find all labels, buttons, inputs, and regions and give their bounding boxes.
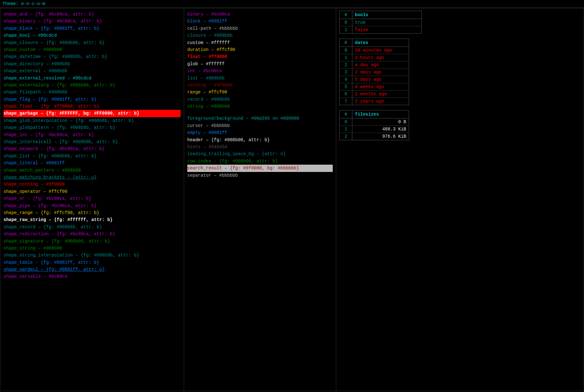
left-line: shape_operator – #ffcf00 bbox=[3, 188, 181, 195]
mid-other-line: header – {fg: #008b00, attr: b} bbox=[187, 136, 333, 143]
left-line: shape_list – {fg: #008b8b, attr: b} bbox=[3, 153, 181, 160]
row-val: 2 days ago bbox=[352, 69, 384, 76]
row-val: 30 minutes ago bbox=[352, 47, 395, 54]
left-line: shape_string_interpolation – {fg: #008b8… bbox=[3, 252, 181, 259]
left-line: shape_globpattern – {fg: #008b8b, attr: … bbox=[3, 124, 181, 131]
dates-row: 13 hours ago bbox=[340, 54, 409, 61]
right-column: # bools 0true1false # dates 030 minutes … bbox=[336, 8, 584, 391]
left-line: shape_directory – #008b8b bbox=[3, 60, 181, 67]
filesizes-row: 00 B bbox=[340, 118, 409, 126]
left-line: shape_filepath – #008b8b bbox=[3, 89, 181, 96]
title-bar: Theme: e-n-c-o-m bbox=[0, 0, 584, 8]
mid-type-line: record – #008b8b bbox=[187, 96, 333, 103]
mid-other-line: cursor – #bbbbbb bbox=[187, 122, 333, 129]
left-line: shape_match_pattern – #008b00 bbox=[3, 167, 181, 174]
left-line: shape_float – {fg: #ff0000, attr: b} bbox=[3, 103, 181, 110]
row-num: 2 bbox=[340, 133, 352, 140]
left-line: shape_externalarg – {fg: #008b00, attr: … bbox=[3, 82, 181, 89]
left-line: shape_or – {fg: #bc00ca, attr: b} bbox=[3, 195, 181, 202]
row-val: 2 years ago bbox=[352, 98, 387, 105]
row-num: 1 bbox=[340, 26, 352, 33]
left-line: shape_external_resolved – #00cdcd bbox=[3, 75, 181, 82]
dates-row: 32 days ago bbox=[340, 69, 409, 76]
left-line: shape_datetime – {fg: #008b8b, attr: b} bbox=[3, 53, 181, 60]
left-line: shape_range – {fg: #ffcf00, attr: b} bbox=[3, 209, 181, 216]
mid-other-line: empty – #0081ff bbox=[187, 129, 333, 136]
left-line: shape_internalcall – {fg: #008b8b, attr:… bbox=[3, 138, 181, 145]
row-val: 976.6 KiB bbox=[352, 133, 409, 140]
row-val: 2 months ago bbox=[352, 91, 389, 98]
left-line: shape_table – {fg: #0081ff, attr: b} bbox=[3, 259, 181, 266]
row-num: 2 bbox=[340, 61, 352, 68]
bools-row: 0true bbox=[340, 19, 421, 26]
mid-other-line: foreground/background – #00a595 on #0000… bbox=[187, 115, 333, 122]
left-line: shape_redirection – {fg: #bc00ca, attr: … bbox=[3, 231, 181, 237]
left-line: shape_and – {fg: #bc00ca, attr: b} bbox=[3, 11, 181, 18]
bools-header: bools bbox=[352, 11, 371, 19]
dates-row: 030 minutes ago bbox=[340, 47, 409, 54]
mid-type-line: block – #0081ff bbox=[187, 18, 333, 25]
row-val: a day ago bbox=[352, 61, 382, 68]
mid-type-line: glob – #ffffff bbox=[187, 60, 333, 67]
mid-type-line: binary – #bc00ca bbox=[187, 11, 333, 18]
filesizes-table: # filesizes 00 B1488.3 KiB2976.6 KiB bbox=[339, 110, 409, 140]
dates-header: dates bbox=[352, 39, 371, 47]
mid-other-line: hints – #545454 bbox=[187, 143, 333, 150]
mid-type-line: nothing – #9f0000 bbox=[187, 82, 333, 89]
theme-title: Theme: e-n-c-o-m bbox=[3, 1, 45, 6]
mid-type-line: custom – #ffffff bbox=[187, 39, 333, 46]
left-line: shape_glob_interpolation – {fg: #008b8b,… bbox=[3, 117, 181, 124]
left-line: shape_external – #008b8b bbox=[3, 67, 181, 74]
dates-hash: # bbox=[340, 39, 352, 47]
left-line: shape_bool – #00cdcd bbox=[3, 32, 181, 39]
mid-other-line: separator – #bbbbbb bbox=[187, 172, 333, 179]
left-line: shape_record – {fg: #008b8b, attr: b} bbox=[3, 224, 181, 231]
left-line: shape_closure – {fg: #008b8b, attr: b} bbox=[3, 39, 181, 46]
left-line: shape_block – {fg: #0081ff, attr: b} bbox=[3, 25, 181, 32]
row-num: 1 bbox=[340, 54, 352, 61]
row-num: 0 bbox=[340, 47, 352, 54]
mid-type-line: range – #ffcf00 bbox=[187, 89, 333, 96]
row-num: 4 bbox=[340, 76, 352, 83]
row-num: 5 bbox=[340, 83, 352, 90]
mid-type-line: string – #008b00 bbox=[187, 103, 333, 110]
row-val: 3 hours ago bbox=[352, 54, 387, 61]
mid-other-line: search_result – {fg: #9f0000, bg: #bbbbb… bbox=[187, 165, 333, 172]
row-val: 4 weeks ago bbox=[352, 83, 387, 90]
left-line: shape_flag – {fg: #0081ff, attr: b} bbox=[3, 96, 181, 103]
mid-column: binary – #bc00cablock – #0081ffcell-path… bbox=[184, 8, 336, 391]
row-num: 0 bbox=[340, 19, 352, 26]
filesizes-hash: # bbox=[340, 111, 352, 118]
mid-type-line: cell-path – #bbbbbb bbox=[187, 25, 333, 32]
dates-row: 2a day ago bbox=[340, 61, 409, 69]
row-val: 0 B bbox=[352, 118, 409, 125]
left-line: shape_garbage – {fg: #FFFFFF, bg: #FF000… bbox=[3, 110, 181, 117]
row-num: 3 bbox=[340, 69, 352, 76]
left-line: shape_custom – #008b00 bbox=[3, 46, 181, 53]
left-line: shape_string – #008b00 bbox=[3, 245, 181, 252]
filesizes-row: 2976.6 KiB bbox=[340, 133, 409, 140]
row-num: 7 bbox=[340, 98, 352, 105]
mid-type-line: duration – #ffcf00 bbox=[187, 46, 333, 53]
dates-row: 54 weeks ago bbox=[340, 83, 409, 91]
left-line: shape_matching_brackets – {attr: u} bbox=[3, 174, 181, 181]
row-num: 6 bbox=[340, 91, 352, 98]
left-line: shape_signature – {fg: #008b00, attr: b} bbox=[3, 238, 181, 245]
dates-row: 62 months ago bbox=[340, 91, 409, 98]
row-num: 0 bbox=[340, 118, 352, 125]
filesizes-row: 1488.3 KiB bbox=[340, 126, 409, 133]
left-line: shape_nothing – #9f0000 bbox=[3, 181, 181, 188]
left-line: shape_keyword – {fg: #bc00ca, attr: b} bbox=[3, 145, 181, 152]
left-line: shape_literal – #0081ff bbox=[3, 160, 181, 167]
mid-type-line: float – #ff0000 bbox=[187, 53, 333, 60]
filesizes-header: filesizes bbox=[352, 111, 382, 118]
bools-hash: # bbox=[340, 11, 352, 19]
left-line: shape_int – {fg: #bc00ca, attr: b} bbox=[3, 131, 181, 138]
left-line: shape_binary – {fg: #bc00ca, attr: b} bbox=[3, 18, 181, 25]
row-val: 488.3 KiB bbox=[352, 126, 409, 133]
dates-row: 72 years ago bbox=[340, 98, 409, 105]
mid-other-line: row_index – {fg: #008b00, attr: b} bbox=[187, 158, 333, 165]
dates-table: # dates 030 minutes ago13 hours ago2a da… bbox=[339, 39, 409, 105]
left-column: shape_and – {fg: #bc00ca, attr: b}shape_… bbox=[0, 8, 184, 391]
bools-row: 1false bbox=[340, 26, 421, 33]
